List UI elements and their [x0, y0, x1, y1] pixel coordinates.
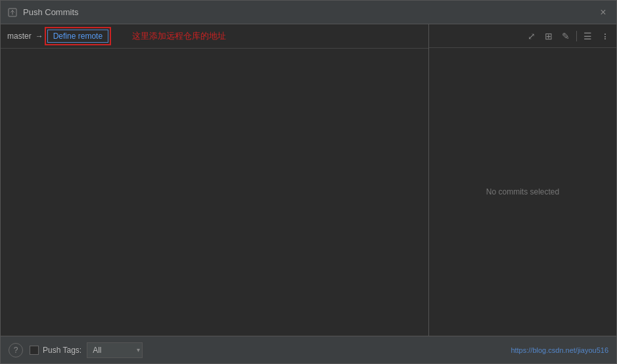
bottom-left: ? Push Tags: All Annotated None ▾ [9, 342, 143, 358]
right-toolbar: ⤢ ⊞ ✎ ☰ ⫶ [429, 24, 616, 48]
push-tags-checkbox[interactable] [30, 346, 39, 355]
no-commits-message: No commits selected [429, 48, 616, 336]
csdn-link: https://blog.csdn.net/jiayou516 [511, 346, 608, 354]
list-icon[interactable]: ☰ [581, 30, 594, 43]
edit-icon[interactable]: ✎ [559, 30, 572, 43]
toolbar-separator [576, 31, 577, 41]
tags-select[interactable]: All Annotated None [87, 342, 143, 358]
right-panel: ⤢ ⊞ ✎ ☰ ⫶ No commits selected [429, 24, 616, 336]
no-commits-text: No commits selected [486, 187, 559, 196]
title-bar: Push Commits × [1, 1, 616, 24]
tags-select-wrapper: All Annotated None ▾ [87, 342, 143, 358]
window-title: Push Commits [23, 7, 79, 17]
expand-icon[interactable]: ⤢ [525, 30, 538, 43]
left-panel: master → Define remote 这里添加远程仓库的地址 [1, 24, 429, 336]
title-bar-left: Push Commits [7, 7, 79, 18]
push-tags-checkbox-wrapper: Push Tags: [30, 346, 81, 355]
help-button[interactable]: ? [9, 343, 23, 357]
content-area: master → Define remote 这里添加远程仓库的地址 ⤢ ⊞ ✎… [1, 24, 616, 336]
push-commits-dialog: Push Commits × master → Define remote 这里… [0, 0, 617, 364]
grid-icon[interactable]: ⊞ [542, 30, 555, 43]
filter-icon[interactable]: ⫶ [598, 30, 611, 43]
branch-row: master → Define remote 这里添加远程仓库的地址 [1, 24, 428, 49]
push-tags-label: Push Tags: [43, 346, 81, 355]
annotation-text: 这里添加远程仓库的地址 [132, 30, 226, 42]
branch-arrow: → [35, 32, 43, 41]
close-button[interactable]: × [597, 6, 610, 19]
push-icon [7, 7, 18, 18]
define-remote-button[interactable]: Define remote [47, 30, 108, 43]
commit-list [1, 49, 428, 336]
branch-name: master [7, 32, 32, 41]
push-tags-group: Push Tags: All Annotated None ▾ [30, 342, 143, 358]
bottom-bar: ? Push Tags: All Annotated None ▾ https:… [1, 336, 616, 363]
